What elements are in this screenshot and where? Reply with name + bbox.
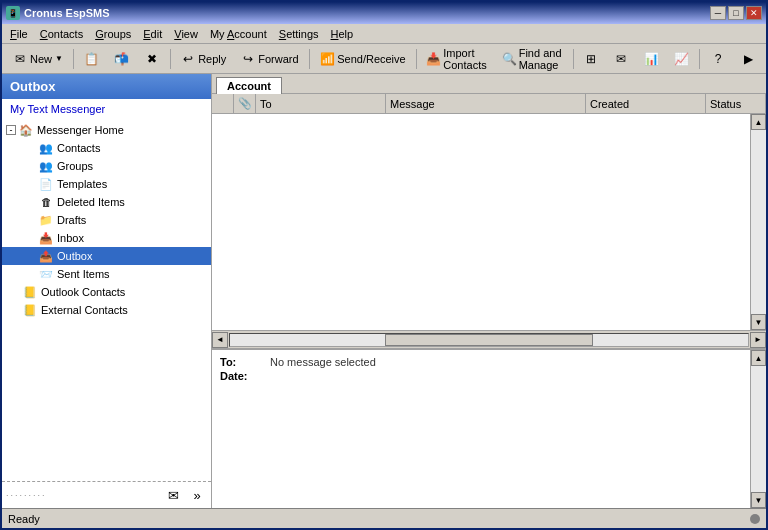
help-button[interactable]: ?	[704, 47, 732, 71]
icon-5: ▶	[740, 51, 756, 67]
sidebar-item-drafts[interactable]: 📁 Drafts	[2, 211, 211, 229]
preview-to-label: To:	[220, 356, 270, 368]
toolbar-icon-1[interactable]: 📋	[78, 47, 106, 71]
import-contacts-button[interactable]: 📥 Import Contacts	[420, 47, 493, 71]
toolbar-sep-6	[699, 49, 700, 69]
menu-help[interactable]: Help	[325, 26, 360, 42]
sidebar-item-inbox-label: Inbox	[57, 232, 84, 244]
send-receive-icon: 📶	[319, 51, 335, 67]
sidebar-item-sent[interactable]: 📨 Sent Items	[2, 265, 211, 283]
inbox-icon: 📥	[38, 231, 54, 245]
account-tab[interactable]: Account	[216, 77, 282, 94]
close-button[interactable]: ✕	[746, 6, 762, 20]
help-icon: ?	[710, 51, 726, 67]
send-receive-button[interactable]: 📶 Send/Receive	[313, 47, 412, 71]
new-label: New	[30, 53, 52, 65]
icon-2: 📬	[114, 51, 130, 67]
preview-scroll-up-btn[interactable]: ▲	[751, 350, 766, 366]
account-tab-area: Account	[212, 74, 766, 94]
icon-3: 📊	[643, 51, 659, 67]
title-controls: ─ □ ✕	[710, 6, 762, 20]
minimize-button[interactable]: ─	[710, 6, 726, 20]
h-scroll-left-btn[interactable]: ◄	[212, 332, 228, 348]
col-created-label: Created	[590, 98, 629, 110]
col-header-attachment[interactable]: 📎	[234, 94, 256, 113]
sidebar-item-templates[interactable]: 📄 Templates	[2, 175, 211, 193]
list-scroll-up-btn[interactable]: ▲	[751, 114, 766, 130]
main-content: Outbox My Text Messenger - 🏠 Messenger H…	[2, 74, 766, 508]
mail-icon-btn[interactable]: ✉	[607, 47, 635, 71]
tree-collapse-icon[interactable]: -	[6, 125, 16, 135]
toolbar-icon-2[interactable]: 📬	[108, 47, 136, 71]
new-dropdown-arrow[interactable]: ▼	[55, 54, 63, 63]
col-header-status[interactable]: Status	[706, 94, 766, 113]
menu-groups[interactable]: Groups	[89, 26, 137, 42]
sidebar-item-external-contacts-label: External Contacts	[41, 304, 128, 316]
sidebar-item-deleted[interactable]: 🗑 Deleted Items	[2, 193, 211, 211]
toolbar-sep-3	[309, 49, 310, 69]
toolbar-icon-5[interactable]: ▶	[734, 47, 762, 71]
reply-button[interactable]: ↩ Reply	[174, 47, 232, 71]
preview-content: To: No message selected Date:	[212, 350, 750, 508]
list-scroll-down-btn[interactable]: ▼	[751, 314, 766, 330]
sidebar-item-contacts-label: Contacts	[57, 142, 100, 154]
col-header-to[interactable]: To	[256, 94, 386, 113]
delete-button[interactable]: ✖	[138, 47, 166, 71]
mail-bottom-icon[interactable]: ✉	[163, 486, 183, 504]
menu-settings[interactable]: Settings	[273, 26, 325, 42]
maximize-button[interactable]: □	[728, 6, 744, 20]
sidebar-item-contacts[interactable]: 👥 Contacts	[2, 139, 211, 157]
icon-4: 📈	[673, 51, 689, 67]
toolbar-sep-1	[73, 49, 74, 69]
toolbar-sep-2	[170, 49, 171, 69]
new-button[interactable]: ✉ New ▼	[6, 47, 69, 71]
drafts-icon: 📁	[38, 213, 54, 227]
menu-my-account[interactable]: My Account	[204, 26, 273, 42]
expand-bottom-icon[interactable]: »	[187, 486, 207, 504]
window-title: Cronus EspSMS	[24, 7, 110, 19]
menu-file[interactable]: File	[4, 26, 34, 42]
title-bar: 📱 Cronus EspSMS ─ □ ✕	[2, 2, 766, 24]
preview-pane: To: No message selected Date: ▲ ▼	[212, 348, 766, 508]
toolbar-sep-5	[573, 49, 574, 69]
tree-root-item[interactable]: - 🏠 Messenger Home	[2, 121, 211, 139]
contacts-icon: 👥	[38, 141, 54, 155]
list-content	[212, 114, 750, 330]
toolbar-icon-3[interactable]: 📊	[637, 47, 665, 71]
col-to-label: To	[260, 98, 272, 110]
toolbar-icon-4[interactable]: 📈	[667, 47, 695, 71]
find-manage-button[interactable]: 🔍 Find and Manage	[496, 47, 569, 71]
sidebar: Outbox My Text Messenger - 🏠 Messenger H…	[2, 74, 212, 508]
sidebar-item-groups[interactable]: 👥 Groups	[2, 157, 211, 175]
menu-view[interactable]: View	[168, 26, 204, 42]
sidebar-header: Outbox	[2, 74, 211, 99]
sidebar-item-inbox[interactable]: 📥 Inbox	[2, 229, 211, 247]
sidebar-bottom-icons: ✉ »	[163, 486, 207, 504]
sidebar-item-groups-label: Groups	[57, 160, 93, 172]
forward-label: Forward	[258, 53, 298, 65]
preview-inner: To: No message selected Date: ▲ ▼	[212, 350, 766, 508]
find-manage-icon: 🔍	[502, 51, 517, 67]
grid-icon-btn[interactable]: ⊞	[577, 47, 605, 71]
col-header-created[interactable]: Created	[586, 94, 706, 113]
sidebar-item-sent-label: Sent Items	[57, 268, 110, 280]
sidebar-item-outlook-contacts-label: Outlook Contacts	[41, 286, 125, 298]
sidebar-item-external-contacts[interactable]: 📒 External Contacts	[2, 301, 211, 319]
h-scroll-right-btn[interactable]: ►	[750, 332, 766, 348]
menu-edit[interactable]: Edit	[137, 26, 168, 42]
sidebar-item-outbox[interactable]: 📤 Outbox	[2, 247, 211, 265]
preview-scroll-down-btn[interactable]: ▼	[751, 492, 766, 508]
sidebar-item-drafts-label: Drafts	[57, 214, 86, 226]
preview-scroll-track	[751, 366, 766, 492]
col-header-message[interactable]: Message	[386, 94, 586, 113]
main-window: 📱 Cronus EspSMS ─ □ ✕ File Contacts Grou…	[0, 0, 768, 530]
menu-contacts[interactable]: Contacts	[34, 26, 89, 42]
sidebar-item-outlook-contacts[interactable]: 📒 Outlook Contacts	[2, 283, 211, 301]
list-v-scrollbar: ▲ ▼	[750, 114, 766, 330]
h-scroll-thumb	[385, 334, 592, 346]
sidebar-link[interactable]: My Text Messenger	[2, 99, 211, 119]
preview-no-message: No message selected	[270, 356, 376, 368]
col-header-flag[interactable]	[212, 94, 234, 113]
forward-button[interactable]: ↪ Forward	[234, 47, 304, 71]
toolbar: ✉ New ▼ 📋 📬 ✖ ↩ Reply ↪ Forward 📶 Send/R…	[2, 44, 766, 74]
